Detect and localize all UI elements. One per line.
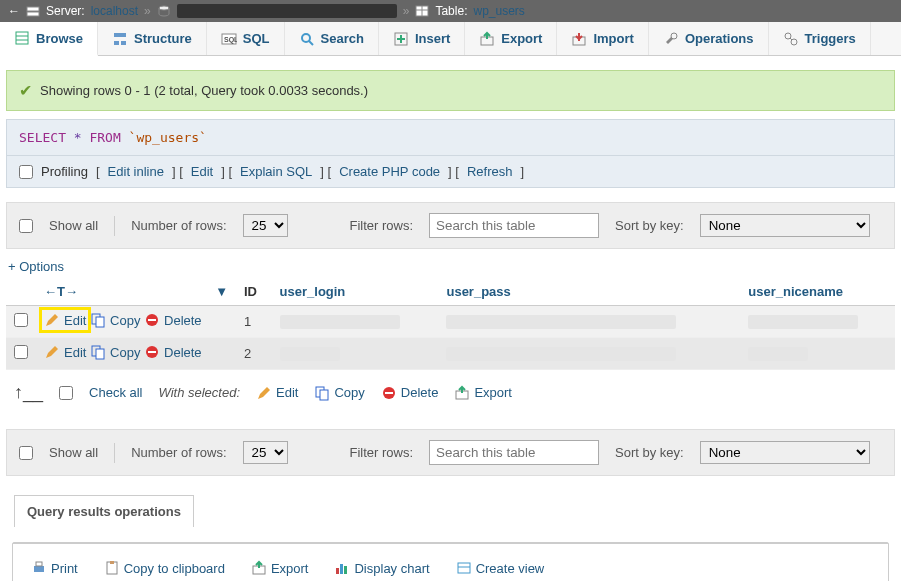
tab-browse[interactable]: Browse	[0, 22, 98, 56]
sort-label: Sort by key:	[615, 445, 684, 460]
link-edit-inline[interactable]: Edit inline	[108, 164, 164, 179]
row-checkbox[interactable]	[14, 313, 28, 327]
svg-rect-10	[114, 41, 119, 45]
breadcrumb: ← Server: localhost » » Table: wp_users	[0, 0, 901, 22]
svg-rect-39	[36, 562, 42, 566]
view-button[interactable]: Create view	[456, 560, 545, 576]
server-link[interactable]: localhost	[91, 4, 138, 18]
export-button[interactable]: Export	[251, 560, 309, 576]
link-explain[interactable]: Explain SQL	[240, 164, 312, 179]
arrow-up-icon: ↑__	[14, 382, 43, 403]
copy-button[interactable]: Copy	[90, 312, 140, 328]
delete-button[interactable]: Delete	[144, 344, 202, 360]
svg-rect-43	[336, 568, 339, 574]
options-toggle[interactable]: + Options	[8, 259, 895, 274]
check-all-link[interactable]: Check all	[89, 385, 142, 400]
check-icon: ✔	[19, 81, 32, 100]
print-button[interactable]: Print	[31, 560, 78, 576]
svg-rect-0	[27, 7, 39, 11]
svg-rect-44	[340, 564, 343, 574]
svg-rect-45	[344, 566, 347, 574]
table-row: Edit Copy Delete 2	[6, 338, 895, 370]
link-php[interactable]: Create PHP code	[339, 164, 440, 179]
clipboard-button[interactable]: Copy to clipboard	[104, 560, 225, 576]
kw-star: *	[74, 130, 82, 145]
delete-button[interactable]: Delete	[144, 312, 202, 328]
edit-button[interactable]: Edit	[44, 312, 86, 328]
controls-bottom: Show all Number of rows: 25 Filter rows:…	[6, 429, 895, 476]
table-row: Edit Copy Delete 1	[6, 306, 895, 338]
filter-input[interactable]	[429, 213, 599, 238]
edit-button[interactable]: Edit	[44, 344, 86, 360]
row-checkbox[interactable]	[14, 345, 28, 359]
chart-icon	[334, 560, 350, 576]
query-box: SELECT * FROM `wp_users`	[6, 119, 895, 156]
svg-rect-38	[34, 566, 44, 572]
bulk-export[interactable]: Export	[454, 385, 512, 401]
controls-top: Show all Number of rows: 25 Filter rows:…	[6, 202, 895, 249]
show-all-checkbox[interactable]	[19, 446, 33, 460]
tab-operations[interactable]: Operations	[649, 22, 769, 55]
link-edit[interactable]: Edit	[191, 164, 213, 179]
sql-icon: SQL	[221, 31, 237, 47]
print-icon	[31, 560, 47, 576]
bulk-actions: ↑__ Check all With selected: Edit Copy D…	[6, 370, 895, 415]
cell-blurred	[748, 315, 858, 329]
sort-label: Sort by key:	[615, 218, 684, 233]
col-user-nicename[interactable]: user_nicename	[740, 278, 895, 306]
bulk-copy[interactable]: Copy	[314, 385, 364, 401]
tab-structure[interactable]: Structure	[98, 22, 207, 55]
bulk-edit[interactable]: Edit	[256, 385, 298, 401]
tab-triggers[interactable]: Triggers	[769, 22, 871, 55]
link-refresh[interactable]: Refresh	[467, 164, 513, 179]
rows-select[interactable]: 25	[243, 441, 288, 464]
filter-input[interactable]	[429, 440, 599, 465]
check-all-checkbox[interactable]	[59, 386, 73, 400]
tab-label: Structure	[134, 31, 192, 46]
tab-label: Triggers	[805, 31, 856, 46]
cell-blurred	[446, 315, 676, 329]
svg-line-15	[309, 41, 313, 45]
table-link[interactable]: wp_users	[473, 4, 524, 18]
svg-rect-32	[148, 351, 156, 353]
svg-rect-1	[27, 12, 39, 16]
copy-icon	[90, 344, 106, 360]
export-icon	[251, 560, 267, 576]
left-arrow-icon[interactable]: ←	[8, 4, 20, 18]
success-text: Showing rows 0 - 1 (2 total, Query took …	[40, 83, 368, 98]
cell-id: 1	[236, 306, 272, 338]
tab-label: Insert	[415, 31, 450, 46]
svg-rect-6	[16, 32, 28, 44]
import-icon	[571, 31, 587, 47]
results-table: ←T→ ▼ ID user_login user_pass user_nicen…	[6, 278, 895, 370]
bulk-delete[interactable]: Delete	[381, 385, 439, 401]
copy-button[interactable]: Copy	[90, 344, 140, 360]
svg-rect-9	[114, 33, 126, 37]
svg-rect-36	[385, 392, 393, 394]
rows-select[interactable]: 25	[243, 214, 288, 237]
sort-select[interactable]: None	[700, 214, 870, 237]
profiling-checkbox[interactable]	[19, 165, 33, 179]
tabs: Browse Structure SQLSQL Search Insert Ex…	[0, 22, 901, 56]
col-id[interactable]: ID	[236, 278, 272, 306]
svg-point-21	[671, 33, 677, 39]
sort-select[interactable]: None	[700, 441, 870, 464]
tab-export[interactable]: Export	[465, 22, 557, 55]
col-user-login[interactable]: user_login	[272, 278, 439, 306]
kw-select: SELECT	[19, 130, 66, 145]
tab-label: Export	[501, 31, 542, 46]
show-all-checkbox[interactable]	[19, 219, 33, 233]
table-icon	[415, 5, 429, 17]
tab-search[interactable]: Search	[285, 22, 379, 55]
tab-insert[interactable]: Insert	[379, 22, 465, 55]
filter-label: Filter rows:	[350, 218, 414, 233]
tab-sql[interactable]: SQLSQL	[207, 22, 285, 55]
col-user-pass[interactable]: user_pass	[438, 278, 740, 306]
delete-icon	[144, 312, 160, 328]
chart-button[interactable]: Display chart	[334, 560, 429, 576]
operations-icon	[663, 31, 679, 47]
cell-blurred	[748, 347, 808, 361]
copy-icon	[90, 312, 106, 328]
server-icon	[26, 5, 40, 17]
tab-import[interactable]: Import	[557, 22, 648, 55]
